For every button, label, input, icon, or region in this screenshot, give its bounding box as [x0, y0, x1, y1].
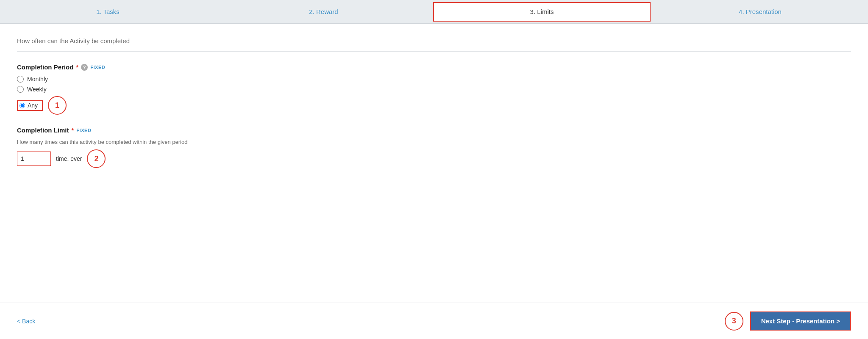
radio-any-input[interactable]	[19, 103, 25, 108]
tab-presentation[interactable]: 4. Presentation	[652, 0, 868, 24]
completion-period-options: Monthly Weekly Any 1	[17, 76, 851, 115]
radio-weekly-input[interactable]	[17, 86, 24, 93]
tab-reward[interactable]: 2. Reward	[216, 0, 431, 24]
radio-monthly-input[interactable]	[17, 76, 24, 83]
completion-period-required: *	[76, 63, 78, 71]
completion-period-help-icon[interactable]: ?	[81, 64, 88, 71]
completion-limit-section: Completion Limit * FIXED How many times …	[17, 127, 851, 168]
radio-monthly-label: Monthly	[27, 76, 48, 83]
completion-limit-suffix: time, ever	[56, 155, 82, 162]
completion-limit-label: Completion Limit * FIXED	[17, 127, 851, 134]
limit-input-row: time, ever 2	[17, 149, 851, 168]
tab-limits[interactable]: 3. Limits	[433, 2, 651, 22]
radio-monthly[interactable]: Monthly	[17, 76, 851, 83]
completion-period-label: Completion Period * ? FIXED	[17, 63, 851, 71]
completion-limit-badge: FIXED	[76, 128, 91, 133]
footer: < Back 3 Next Step - Presentation >	[0, 303, 868, 339]
radio-any-row: Any 1	[17, 96, 851, 115]
completion-period-text: Completion Period	[17, 63, 73, 71]
completion-limit-required: *	[72, 127, 74, 134]
radio-any-box[interactable]: Any	[17, 100, 43, 111]
annotation-1: 1	[48, 96, 67, 115]
divider	[17, 51, 851, 52]
radio-weekly-label: Weekly	[27, 86, 47, 93]
completion-limit-description: How many times can this activity be comp…	[17, 139, 851, 145]
completion-limit-text: Completion Limit	[17, 127, 69, 134]
completion-limit-input[interactable]	[17, 152, 51, 166]
back-link[interactable]: < Back	[17, 318, 35, 325]
annotation-2: 2	[87, 149, 106, 168]
radio-any-label: Any	[28, 102, 38, 109]
completion-period-badge: FIXED	[90, 65, 105, 70]
radio-weekly[interactable]: Weekly	[17, 86, 851, 93]
tab-tasks[interactable]: 1. Tasks	[0, 0, 216, 24]
main-content: How often can the Activity be completed …	[0, 24, 868, 303]
wizard-nav: 1. Tasks 2. Reward 3. Limits 4. Presenta…	[0, 0, 868, 24]
section-description: How often can the Activity be completed	[17, 37, 851, 44]
footer-right: 3 Next Step - Presentation >	[725, 311, 851, 331]
next-step-button[interactable]: Next Step - Presentation >	[750, 311, 851, 331]
annotation-3: 3	[725, 312, 743, 331]
